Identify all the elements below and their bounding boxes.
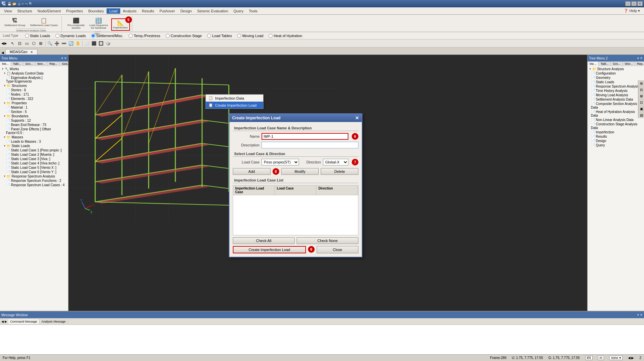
right-tb-3[interactable]: ⊠ <box>638 93 644 99</box>
rt-composite[interactable]: 📄 Composite Section Analysis Data <box>588 102 643 110</box>
tab-close-icon[interactable]: ✕ <box>30 50 33 54</box>
tree-item-supports[interactable]: 📄 Supports : 12 <box>1 118 67 123</box>
load-case-select[interactable]: Peso propio(ST) <box>262 159 299 165</box>
close-dialog-button[interactable]: Close <box>317 246 358 253</box>
radio-heat[interactable]: Heat of Hydration <box>269 34 302 38</box>
tree-item-properties[interactable]: ▼ 📁 Properties <box>1 101 67 105</box>
check-none-button[interactable]: Check None <box>297 237 358 244</box>
rt-nonlinear[interactable]: 📄 Non-Linear Analysis Data <box>588 118 643 122</box>
create-imperfection-button[interactable]: Create Imperfection Load <box>233 246 306 253</box>
menu-node-element[interactable]: Node/Element <box>35 8 63 14</box>
toolbar2-window[interactable]: ▭ <box>23 40 30 47</box>
rt-configuration[interactable]: 📄 Configuration <box>588 71 643 76</box>
rt-query[interactable]: 📄 Query <box>588 143 643 147</box>
right-tab-tabl[interactable]: Tabl... <box>599 62 611 66</box>
toolbar2-zoom-out[interactable]: ➖ <box>60 40 67 47</box>
menu-results[interactable]: Results <box>139 8 157 14</box>
tree-item-slc4[interactable]: 📄 Static Load Case 4 [Viva techo :] <box>1 161 67 165</box>
add-button[interactable]: Add <box>233 168 271 175</box>
toolbar2-select[interactable]: ↖ <box>9 40 16 47</box>
toolbar2-back[interactable]: ⬛ <box>91 40 97 47</box>
right-tab-wor[interactable]: Wor... <box>623 62 635 66</box>
radio-static-loads[interactable]: Static Loads <box>25 34 50 38</box>
tree-item-slc6[interactable]: 📄 Static Load Case 6 [Viento Y :] <box>1 170 67 174</box>
menu-tools[interactable]: Tools <box>246 8 260 14</box>
radio-construction[interactable]: Construction Stage <box>166 34 202 38</box>
name-input[interactable] <box>262 133 348 140</box>
tree-item-nodes[interactable]: 📄 Nodes : 171 <box>1 92 67 97</box>
menu-help[interactable]: ❓ Help ▾ <box>621 8 643 14</box>
radio-moving-load[interactable]: Moving Load <box>237 34 263 38</box>
rt-construction[interactable]: 📄 Construction Stage Analysis Data <box>588 122 643 130</box>
description-input[interactable] <box>262 142 358 148</box>
right-tab-gro[interactable]: Gro... <box>611 62 623 66</box>
menu-structure[interactable]: Structure <box>15 8 35 14</box>
toolbar2-pan[interactable]: ✋ <box>74 40 81 47</box>
tree-item-structures[interactable]: ▼ 📁 Structures <box>1 84 67 88</box>
page-select[interactable]: nonx ▾ <box>609 356 622 360</box>
right-tb-6[interactable]: ▤ <box>638 112 644 118</box>
tree-tab-gro[interactable]: Gro... <box>23 62 35 66</box>
rt-time-history[interactable]: 📄 Time History Analysis <box>588 89 643 93</box>
right-tb-5[interactable]: ▣ <box>638 106 644 112</box>
tree-item-slc2[interactable]: 📄 Static Load Case 2 [Muerta :] <box>1 152 67 157</box>
toolbar2-poly[interactable]: ⬡ <box>30 40 37 47</box>
check-all-button[interactable]: Check All <box>233 237 295 244</box>
tree-item-section[interactable]: 📄 Section : 5 <box>1 110 67 114</box>
tree-item-panel-zone[interactable]: 📄 Panel Zone Effects [ Offset Factor=0.5… <box>1 127 67 135</box>
menu-analysis[interactable]: Analysis <box>120 8 139 14</box>
right-tb-4[interactable]: ⊡ <box>638 99 644 105</box>
menu-seismic[interactable]: Seismic Evaluation <box>194 8 231 14</box>
rt-rsa[interactable]: 📄 Response Spectrum Analysis <box>588 84 643 89</box>
rt-static-loads[interactable]: 📄 Static Loads <box>588 80 643 84</box>
rt-moving-load[interactable]: 📄 Moving Load Analysis <box>588 93 643 97</box>
context-imperfection-data[interactable]: 📋 Imperfection Data <box>206 95 263 102</box>
toolbar2-zoom-all[interactable]: 🔍 <box>46 40 53 47</box>
right-tb-1[interactable]: ⊞ <box>638 80 644 86</box>
menu-load[interactable]: Load <box>107 8 120 14</box>
tree-item-works[interactable]: ▼ 🔧 Works <box>1 67 67 71</box>
menu-view[interactable]: View <box>1 8 15 14</box>
tab-midas-gen[interactable]: MIDAS/Gen ✕ <box>5 49 37 54</box>
right-tab-me[interactable]: Me... <box>588 62 599 66</box>
rt-heat[interactable]: 📄 Heat of Hydration Analysis Data <box>588 110 643 118</box>
radio-load-tables[interactable]: Load Tables <box>207 34 232 38</box>
menu-design[interactable]: Design <box>178 8 194 14</box>
settlement-group-button[interactable]: 🏗 Settlement Group <box>3 17 27 28</box>
tree-item-stories[interactable]: 📄 Stories : 6 <box>1 88 67 92</box>
tree-item-material[interactable]: 📄 Material : 1 <box>1 105 67 110</box>
rt-structure-analysis[interactable]: ▼ 📁 Structure Analysis <box>588 67 643 71</box>
tree-item-beam-end-release[interactable]: 📄 Beam End Release : 73 <box>1 123 67 127</box>
tree-item-masses[interactable]: ▼ 📁 Masses <box>1 135 67 139</box>
tree-item-static-loads[interactable]: ▼ 📁 Static Loads <box>1 144 67 148</box>
tree-item-boundaries[interactable]: ▼ 📁 Boundaries <box>1 114 67 118</box>
direction-select[interactable]: Global-X <box>323 159 348 165</box>
toolbar2-top[interactable]: 🔲 <box>98 40 104 47</box>
pre-composite-button[interactable]: ⬛ Pre-compositeSection <box>66 16 87 31</box>
toolbar2-zoom-in[interactable]: ➕ <box>53 40 60 47</box>
radio-temp[interactable]: Temp./Prestress <box>129 34 160 38</box>
rt-design[interactable]: 📄 Design <box>588 139 643 143</box>
right-tab-rep[interactable]: Rep... <box>635 62 644 66</box>
tree-item-slc1[interactable]: 📄 Static Load Case 1 [Peso propio :] <box>1 148 67 152</box>
maximize-button[interactable]: □ <box>631 1 637 6</box>
rt-geometry[interactable]: 📄 Geometry <box>588 76 643 80</box>
toolbar2-intersect[interactable]: ⊞ <box>37 40 44 47</box>
toolbar2-single[interactable]: ⊡ <box>16 40 23 47</box>
tree-item-analysis-control[interactable]: ▼ 📋 Analysis Control Data <box>1 71 67 76</box>
dialog-close-button[interactable]: ✕ <box>355 115 359 121</box>
context-create-imperfection-load[interactable]: 📋 Create Imperfection Load <box>206 102 263 109</box>
tree-item-slc3[interactable]: 📄 Static Load Case 3 [Viva :] <box>1 157 67 161</box>
tree-item-eigenvalue[interactable]: 📄 Eigenvalue Analysis [ Type=Eigenvecto <box>1 76 67 84</box>
nav-arrow-left[interactable]: ◀ <box>1 41 4 45</box>
toolbar2-front[interactable]: ⬜ <box>84 40 90 47</box>
rt-imperfection[interactable]: 📄 Imperfection <box>588 130 643 134</box>
tree-item-rslc[interactable]: 📄 Response Spectrum Load Cases : 4 <box>1 183 67 187</box>
delete-button[interactable]: Delete <box>321 168 358 175</box>
menu-pushover[interactable]: Pushover <box>157 8 177 14</box>
rt-results[interactable]: 📄 Results <box>588 134 643 139</box>
tree-item-rsa[interactable]: ▼ 📁 Response Spectrum Analysis <box>1 174 67 178</box>
tree-item-elements[interactable]: 📄 Elements : 322 <box>1 97 67 101</box>
menu-query[interactable]: Query <box>231 8 246 14</box>
tree-tab-me[interactable]: Me... <box>0 62 11 66</box>
